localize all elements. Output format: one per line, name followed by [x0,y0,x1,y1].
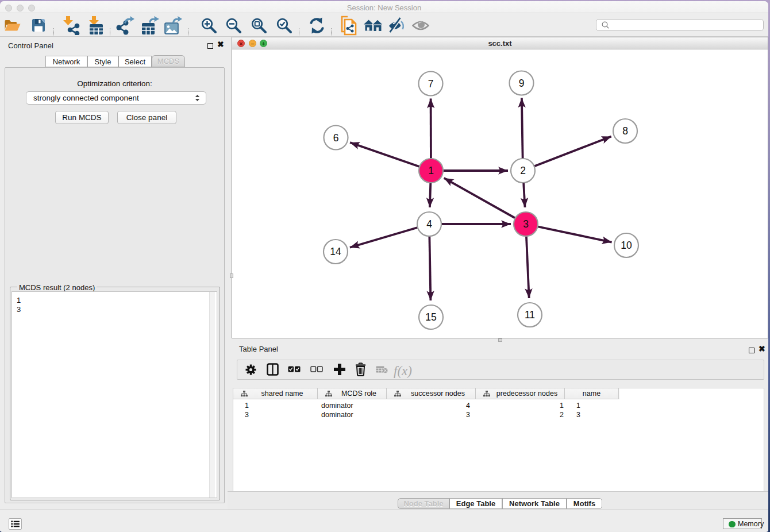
svg-text:10: 10 [621,240,632,251]
svg-text:6: 6 [333,132,339,144]
svg-text:3: 3 [523,218,529,230]
svg-text:4: 4 [426,218,432,230]
svg-text:8: 8 [622,125,628,137]
svg-text:2: 2 [520,165,526,176]
svg-text:15: 15 [425,311,436,323]
svg-text:14: 14 [330,246,341,257]
svg-text:11: 11 [525,309,535,321]
svg-text:7: 7 [428,78,434,90]
svg-text:1: 1 [428,165,434,176]
svg-text:9: 9 [519,78,525,89]
